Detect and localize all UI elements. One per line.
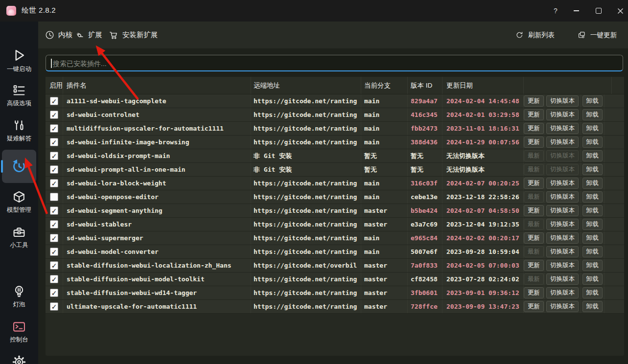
sidebar-item-bulb[interactable]: 灯泡: [0, 284, 38, 309]
uninstall-button[interactable]: 卸载: [582, 150, 603, 161]
search-box: [46, 55, 623, 71]
close-button[interactable]: [609, 0, 628, 22]
tab-label: 扩展: [88, 30, 102, 40]
enable-checkbox[interactable]: [50, 165, 58, 174]
sidebar-item-model-manager[interactable]: 模型管理: [0, 190, 38, 214]
current-branch: 暂无: [361, 163, 408, 176]
sidebar-item-version-history[interactable]: [0, 158, 38, 176]
switch-version-button[interactable]: 切换版本: [546, 260, 579, 271]
switch-version-button[interactable]: 切换版本: [546, 95, 579, 107]
enable-checkbox[interactable]: [50, 275, 58, 283]
update-button[interactable]: 更新: [524, 260, 544, 271]
uninstall-button[interactable]: 卸载: [582, 191, 603, 203]
remote-url: https://gitcode.net/ranting: [251, 231, 361, 245]
switch-version-button[interactable]: 切换版本: [546, 191, 579, 203]
sidebar-item-label: 疑难解答: [7, 135, 31, 143]
switch-version-button[interactable]: 切换版本: [546, 219, 579, 230]
enable-checkbox[interactable]: [50, 261, 58, 270]
switch-version-button[interactable]: 切换版本: [546, 178, 579, 189]
sidebar-item-settings[interactable]: 设置: [0, 355, 38, 364]
uninstall-button[interactable]: 卸载: [582, 123, 603, 134]
enable-checkbox[interactable]: [50, 138, 58, 146]
main-content: 启用 插件名 远端地址 当前分支 版本 ID 更新日期 a1111-sd-web…: [38, 48, 628, 364]
search-input[interactable]: [52, 57, 612, 70]
window-title: 绘世 2.8.2: [22, 6, 56, 15]
switch-version-button[interactable]: 切换版本: [546, 273, 579, 285]
sidebar-item-troubleshoot[interactable]: 疑难解答: [0, 118, 38, 143]
enable-checkbox[interactable]: [50, 97, 58, 105]
package-box-icon: [12, 190, 26, 205]
update-button[interactable]: 最新: [524, 273, 544, 285]
update-button[interactable]: 更新: [524, 178, 544, 189]
switch-version-button[interactable]: 切换版本: [546, 287, 579, 298]
refresh-list-button[interactable]: 刷新列表: [515, 22, 555, 48]
update-button[interactable]: 更新: [524, 301, 544, 312]
update-button[interactable]: 更新: [524, 95, 544, 107]
uninstall-button[interactable]: 卸载: [582, 219, 603, 230]
uninstall-button[interactable]: 卸载: [582, 246, 603, 257]
uninstall-button[interactable]: 卸载: [582, 164, 603, 175]
update-button[interactable]: 最新: [524, 150, 544, 161]
update-button[interactable]: 更新: [524, 232, 544, 244]
switch-version-button[interactable]: 切换版本: [546, 150, 579, 161]
enable-checkbox[interactable]: [50, 220, 58, 228]
switch-version-button[interactable]: 切换版本: [546, 164, 579, 175]
update-all-button[interactable]: 一键更新: [578, 22, 617, 48]
enable-checkbox[interactable]: [50, 124, 58, 133]
tab-install-new[interactable]: 安装新扩展: [109, 22, 158, 48]
switch-version-button[interactable]: 切换版本: [546, 109, 579, 120]
enable-checkbox[interactable]: [50, 302, 58, 311]
row-spacer: [605, 286, 624, 299]
update-button[interactable]: 最新: [524, 219, 544, 230]
help-button[interactable]: ?: [545, 0, 566, 22]
update-button[interactable]: 更新: [524, 109, 544, 120]
row-spacer: [605, 122, 624, 135]
enable-checkbox[interactable]: [50, 289, 58, 297]
enable-checkbox[interactable]: [50, 248, 58, 256]
switch-version-button[interactable]: 切换版本: [546, 205, 579, 216]
current-branch: main: [361, 108, 408, 121]
switch-version-button[interactable]: 切换版本: [546, 136, 579, 148]
uninstall-button[interactable]: 卸载: [582, 287, 603, 298]
plugin-name: sd-webui-infinite-image-browsing: [63, 136, 251, 149]
update-button[interactable]: 最新: [524, 191, 544, 203]
update-date: 2023-09-01 09:36:12: [442, 286, 524, 299]
maximize-button[interactable]: [588, 0, 609, 22]
tab-label: 安装新扩展: [122, 30, 158, 40]
uninstall-button[interactable]: 卸载: [582, 178, 603, 189]
uninstall-button[interactable]: 卸载: [582, 136, 603, 148]
uninstall-button[interactable]: 卸载: [582, 301, 603, 312]
update-button[interactable]: 更新: [524, 136, 544, 148]
uninstall-button[interactable]: 卸载: [582, 109, 603, 120]
minimize-button[interactable]: [565, 0, 587, 22]
update-button[interactable]: 更新: [524, 287, 544, 298]
update-button[interactable]: 最新: [524, 164, 544, 175]
switch-version-button[interactable]: 切换版本: [546, 123, 579, 134]
switch-version-button[interactable]: 切换版本: [546, 232, 579, 244]
switch-version-button[interactable]: 切换版本: [546, 301, 579, 312]
tab-extensions[interactable]: 扩展: [74, 22, 102, 48]
current-branch: main: [361, 245, 408, 258]
enable-checkbox[interactable]: [50, 179, 58, 187]
enable-checkbox[interactable]: [50, 193, 58, 201]
uninstall-button[interactable]: 卸载: [582, 95, 603, 107]
update-button[interactable]: 最新: [524, 246, 544, 257]
tab-kernel[interactable]: 内核: [45, 22, 72, 48]
sidebar-item-advanced-options[interactable]: 高级选项: [0, 83, 38, 108]
update-date: 2024-02-07 04:58:50: [442, 204, 524, 217]
enable-checkbox[interactable]: [50, 234, 58, 242]
sidebar-item-launch[interactable]: 一键启动: [0, 47, 38, 73]
sidebar-item-console[interactable]: 控制台: [0, 319, 38, 344]
enable-checkbox[interactable]: [50, 111, 58, 119]
sidebar-item-label: 控制台: [10, 336, 28, 344]
switch-version-button[interactable]: 切换版本: [546, 246, 579, 257]
uninstall-button[interactable]: 卸载: [582, 232, 603, 244]
enable-checkbox[interactable]: [50, 152, 58, 160]
enable-checkbox[interactable]: [50, 206, 58, 215]
uninstall-button[interactable]: 卸载: [582, 273, 603, 285]
update-button[interactable]: 更新: [524, 205, 544, 216]
uninstall-button[interactable]: 卸载: [582, 260, 603, 271]
uninstall-button[interactable]: 卸载: [582, 205, 603, 216]
sidebar-item-small-tools[interactable]: 小工具: [0, 225, 38, 250]
update-button[interactable]: 更新: [524, 123, 544, 134]
